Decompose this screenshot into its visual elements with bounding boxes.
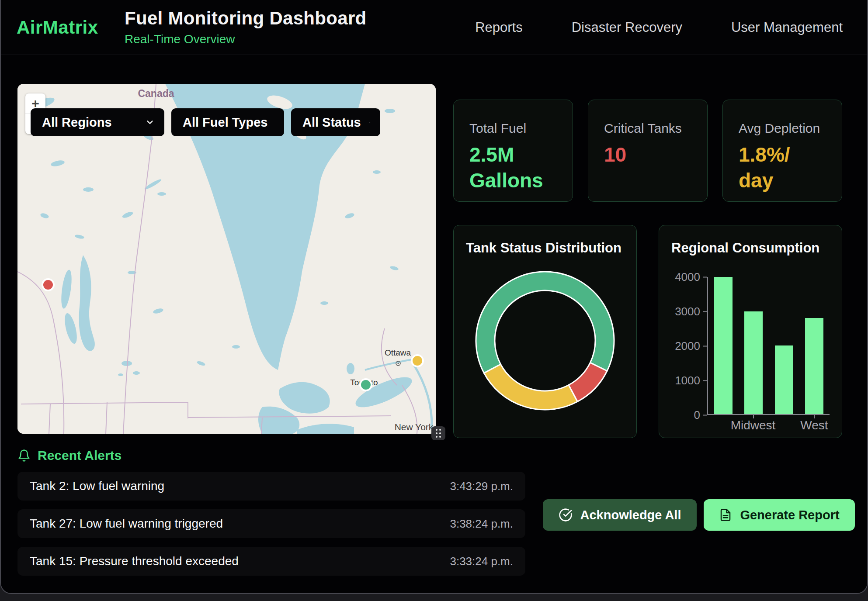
tank-marker-warning[interactable] xyxy=(412,355,423,366)
tank-status-card: Tank Status Distribution xyxy=(453,225,637,438)
document-icon xyxy=(719,508,732,522)
map-label-ottawa: Ottawa xyxy=(385,348,411,357)
recent-alerts-section: Recent Alerts Tank 2: Low fuel warning 3… xyxy=(17,448,525,576)
stats-row: Total Fuel 2.5M Gallons Critical Tanks 1… xyxy=(453,100,842,202)
nav-item-disaster-recovery[interactable]: Disaster Recovery xyxy=(572,20,682,35)
regional-consumption-card: Regional Consumption 01000200030004000 M… xyxy=(659,225,842,438)
stat-card-avg-depletion: Avg Depletion 1.8%/ day xyxy=(722,100,842,202)
region-filter-value: All Regions xyxy=(42,115,112,130)
basemap-svg: Canada Ottawa Toronto New York xyxy=(17,84,436,434)
tank-marker-normal[interactable] xyxy=(360,379,372,390)
alert-row[interactable]: Tank 15: Pressure threshold exceeded 3:3… xyxy=(17,547,525,576)
bar-cell xyxy=(769,277,799,414)
alert-message: Tank 15: Pressure threshold exceeded xyxy=(30,554,239,568)
page-title: Fuel Monitoring Dashboard xyxy=(125,8,366,29)
fuel-type-filter-select[interactable]: All Fuel Types xyxy=(171,108,284,136)
y-axis-tick: 0 xyxy=(694,408,707,422)
bar-x-labels: MidwestWest xyxy=(707,415,830,432)
app-header: AirMatrix Fuel Monitoring Dashboard Real… xyxy=(1,0,867,55)
status-filter-value: All Status xyxy=(302,115,361,130)
charts-row: Tank Status Distribution Regional Consum… xyxy=(453,225,842,438)
bar-cell xyxy=(708,277,739,414)
lake-simcoe xyxy=(347,363,354,374)
stat-card-total-fuel: Total Fuel 2.5M Gallons xyxy=(453,100,573,202)
fuel-map[interactable]: Canada Ottawa Toronto New York + − All R… xyxy=(17,84,436,434)
main-nav: Reports Disaster Recovery User Managemen… xyxy=(475,0,843,55)
y-axis-tick: 2000 xyxy=(675,339,707,353)
map-resize-drag-handle[interactable] xyxy=(431,426,445,440)
region-filter-select[interactable]: All Regions xyxy=(31,108,164,136)
chart-title-regional-consumption: Regional Consumption xyxy=(671,240,830,256)
chart-title-tank-status: Tank Status Distribution xyxy=(466,240,624,256)
ottawa-town-dot xyxy=(398,363,399,364)
check-circle-icon xyxy=(559,508,573,522)
y-axis-tick: 4000 xyxy=(675,270,707,284)
stat-label: Avg Depletion xyxy=(739,121,826,136)
map-label-new-york: New York xyxy=(395,422,434,432)
brand-logo: AirMatrix xyxy=(17,17,98,38)
generate-report-button[interactable]: Generate Report xyxy=(704,499,855,531)
status-filter-select[interactable]: All Status xyxy=(291,108,380,136)
stat-value-critical-tanks: 10 xyxy=(604,142,691,168)
acknowledge-all-label: Acknowledge All xyxy=(580,508,681,522)
bar-cell xyxy=(799,277,830,414)
donut-segment-normal xyxy=(476,272,614,373)
acknowledge-all-button[interactable]: Acknowledge All xyxy=(543,499,697,531)
alerts-title: Recent Alerts xyxy=(38,448,122,463)
stat-label: Critical Tanks xyxy=(604,121,691,136)
x-axis-label: Midwest xyxy=(731,418,776,432)
title-block: Fuel Monitoring Dashboard Real-Time Over… xyxy=(125,8,366,46)
chevron-down-icon xyxy=(369,117,371,127)
alert-timestamp: 3:38:24 p.m. xyxy=(450,517,513,531)
y-axis-tick: 1000 xyxy=(675,374,707,387)
alert-message: Tank 2: Low fuel warning xyxy=(30,479,164,493)
stat-value-avg-depletion: 1.8%/ day xyxy=(739,142,826,193)
nav-item-reports[interactable]: Reports xyxy=(475,20,523,35)
x-axis-label: West xyxy=(800,418,828,432)
map-label-canada: Canada xyxy=(138,88,174,99)
donut-segment-warning xyxy=(484,364,577,410)
bell-icon xyxy=(17,449,31,462)
bar xyxy=(714,277,733,414)
bar-cell xyxy=(739,277,769,414)
alert-message: Tank 27: Low fuel warning triggered xyxy=(30,517,223,531)
stat-label: Total Fuel xyxy=(469,121,557,136)
bar-plot-area xyxy=(707,277,830,415)
chevron-down-icon xyxy=(145,117,155,127)
tank-marker-critical[interactable] xyxy=(42,279,54,290)
bar xyxy=(775,345,793,414)
y-axis-tick: 3000 xyxy=(675,305,707,318)
alert-row[interactable]: Tank 2: Low fuel warning 3:43:29 p.m. xyxy=(17,472,525,501)
alert-timestamp: 3:33:24 p.m. xyxy=(450,555,513,568)
bar-y-axis: 01000200030004000 xyxy=(671,277,707,415)
nav-item-user-management[interactable]: User Management xyxy=(731,20,843,35)
alerts-header: Recent Alerts xyxy=(17,448,525,463)
alert-timestamp: 3:43:29 p.m. xyxy=(450,480,513,493)
bar xyxy=(805,318,823,414)
regional-consumption-bar-chart: 01000200030004000 xyxy=(671,277,830,415)
page-subtitle: Real-Time Overview xyxy=(125,32,366,46)
dashboard-root: AirMatrix Fuel Monitoring Dashboard Real… xyxy=(0,0,868,594)
tank-status-donut-chart xyxy=(466,267,624,414)
stat-value-total-fuel: 2.5M Gallons xyxy=(469,142,557,193)
map-filter-row: All Regions All Fuel Types All Status xyxy=(31,108,380,136)
bar xyxy=(744,311,763,414)
generate-report-label: Generate Report xyxy=(740,508,839,522)
stat-card-critical-tanks: Critical Tanks 10 xyxy=(588,100,708,202)
donut-svg xyxy=(472,267,618,414)
fuel-type-filter-value: All Fuel Types xyxy=(183,115,267,130)
alert-row[interactable]: Tank 27: Low fuel warning triggered 3:38… xyxy=(17,509,525,538)
